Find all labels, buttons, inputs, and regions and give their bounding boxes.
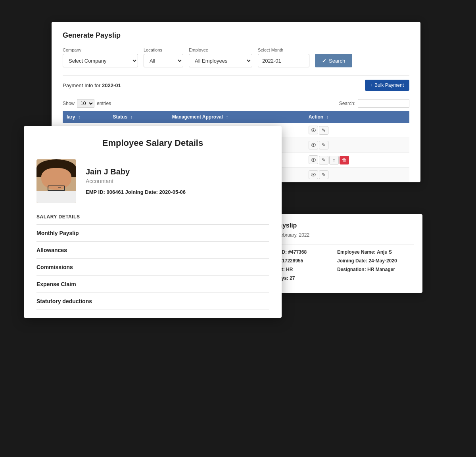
eye-button[interactable]	[309, 126, 318, 134]
company-filter-group: Company Select Company	[63, 48, 138, 67]
cell-action: ✎	[305, 138, 409, 153]
upload-button[interactable]: ↑	[329, 156, 339, 164]
edit-button[interactable]: ✎	[319, 170, 328, 179]
delete-button[interactable]: 🗑	[340, 156, 349, 164]
employee-select[interactable]: All Employees	[189, 54, 252, 67]
eye-button[interactable]	[309, 170, 318, 179]
avatar-image	[36, 159, 76, 203]
generate-payslip-title: Generate Payslip	[63, 31, 409, 40]
bulk-payment-button[interactable]: + Bulk Payment	[365, 80, 409, 91]
glasses	[48, 185, 65, 191]
entries-label: entries	[97, 101, 111, 106]
col-action[interactable]: Action ↕	[305, 111, 409, 123]
salary-item-expense[interactable]: Expense Claim	[36, 275, 269, 293]
eye-button[interactable]	[309, 155, 318, 164]
month-input[interactable]	[258, 54, 309, 67]
company-label: Company	[63, 48, 138, 52]
salary-section-title: SALARY DETAILS	[36, 214, 269, 220]
employee-profile: Jain J Baby Accountant EMP ID: 006461 Jo…	[36, 159, 269, 203]
salary-item-allowances[interactable]: Allowances	[36, 241, 269, 258]
col-salary[interactable]: lary ↕	[63, 111, 109, 123]
checkmark-icon: ✔	[322, 58, 326, 64]
col-approval[interactable]: Management Approval ↕	[168, 111, 305, 123]
salary-details-card: Employee Salary Details Jain J Baby Acco…	[24, 126, 282, 318]
sort-icon: ↕	[131, 114, 133, 120]
edit-button[interactable]: ✎	[319, 141, 328, 149]
avatar	[36, 159, 76, 203]
show-label: Show	[63, 101, 75, 106]
company-select[interactable]: Select Company	[63, 54, 138, 67]
entries-select[interactable]: 10	[77, 99, 94, 108]
salary-items-list: Monthly Payslip Allowances Commissions E…	[36, 224, 269, 310]
salary-details-title: Employee Salary Details	[36, 138, 269, 148]
employee-info: Jain J Baby Accountant EMP ID: 006461 Jo…	[86, 167, 186, 195]
cell-action: ✎↑🗑	[305, 153, 409, 168]
face-skin	[41, 168, 71, 190]
show-entries-control: Show 10 entries	[63, 99, 111, 108]
sort-icon: ↕	[326, 114, 328, 120]
eye-button[interactable]	[309, 141, 318, 149]
table-search-input[interactable]	[358, 99, 409, 108]
month-filter-group: Select Month	[258, 48, 309, 67]
employee-meta: EMP ID: 006461 Joining Date: 2020-05-06	[86, 189, 186, 195]
salary-item-commissions[interactable]: Commissions	[36, 258, 269, 275]
employee-role: Accountant	[86, 178, 186, 184]
employee-name-item: Employee Name: Anju S	[337, 249, 414, 255]
month-label: Select Month	[258, 48, 309, 52]
svg-point-3	[313, 144, 314, 146]
search-button[interactable]: ✔ Search	[315, 54, 352, 67]
edit-button[interactable]: ✎	[319, 126, 328, 135]
search-label: Search:	[339, 101, 355, 106]
employee-filter-group: Employee All Employees	[189, 48, 252, 67]
shirt	[36, 191, 76, 203]
svg-point-1	[313, 129, 314, 131]
salary-item-statutory[interactable]: Statutory deductions	[36, 293, 269, 310]
table-controls: Show 10 entries Search:	[63, 95, 409, 111]
edit-button[interactable]: ✎	[319, 156, 328, 164]
col-status[interactable]: Status ↕	[109, 111, 168, 123]
table-search-box: Search:	[339, 99, 409, 108]
cell-action: ✎	[305, 167, 409, 182]
svg-point-7	[313, 174, 314, 176]
employee-label: Employee	[189, 48, 252, 52]
search-button-label: Search	[329, 58, 345, 64]
sort-icon: ↕	[78, 114, 81, 120]
location-filter-group: Locations All	[144, 48, 183, 67]
employee-name: Jain J Baby	[86, 167, 186, 176]
filter-row: Company Select Company Locations All Emp…	[63, 48, 409, 67]
location-select[interactable]: All	[144, 54, 183, 67]
sort-icon: ↕	[226, 114, 228, 120]
location-label: Locations	[144, 48, 183, 52]
payment-info-bar: Payment Info for 2022-01 + Bulk Payment	[63, 75, 409, 95]
cell-action: ✎	[305, 123, 409, 138]
designation-item: Designation: HR Manager	[337, 267, 414, 272]
payment-info-text: Payment Info for 2022-01	[63, 82, 121, 88]
salary-item-monthly[interactable]: Monthly Payslip	[36, 224, 269, 241]
joining-date-item: Joining Date: 24-May-2020	[337, 258, 414, 264]
svg-point-5	[313, 159, 314, 161]
